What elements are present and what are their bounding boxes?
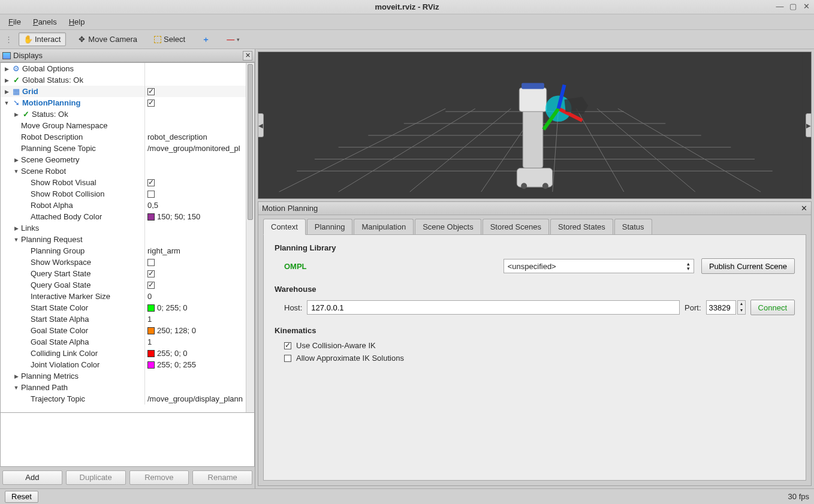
tab-manipulation[interactable]: Manipulation	[354, 219, 414, 235]
mp-close-icon[interactable]: ✕	[801, 204, 807, 213]
tree-row-label[interactable]: Start State Color	[1, 302, 144, 313]
menu-file[interactable]: File	[8, 17, 21, 26]
tab-scene-objects[interactable]: Scene Objects	[415, 219, 481, 235]
tree-row-value[interactable]	[145, 188, 254, 200]
tree-row-value[interactable]	[145, 74, 254, 86]
tree-row-label[interactable]: ▶Links	[1, 222, 144, 234]
tree-row-label[interactable]: ▼➘MotionPlanning	[1, 97, 144, 108]
port-spinner[interactable]: ▴▾	[706, 300, 746, 315]
tree-row-value[interactable]	[145, 97, 254, 108]
publish-scene-button[interactable]: Publish Current Scene	[701, 258, 795, 274]
host-input[interactable]	[307, 300, 680, 315]
spin-down-icon[interactable]: ▾	[738, 307, 745, 314]
tree-row-label[interactable]: Joint Violation Color	[1, 359, 144, 370]
connect-button[interactable]: Connect	[750, 300, 795, 315]
tree-row-label[interactable]: ▶✓Status: Ok	[1, 108, 144, 120]
tree-row-value[interactable]: 255; 0; 0	[145, 348, 254, 359]
tree-row-value[interactable]: 0; 255; 0	[145, 302, 254, 313]
tree-row-value[interactable]: robot_description	[145, 131, 254, 143]
3d-viewport[interactable]: ◀ ▶	[258, 52, 812, 199]
panel-close-icon[interactable]: ✕	[243, 51, 252, 61]
tree-row-label[interactable]: Planning Group	[1, 245, 144, 256]
tree-scrollbar[interactable]	[246, 63, 254, 412]
tree-row-value[interactable]: 0	[145, 291, 254, 302]
reset-button[interactable]: Reset	[5, 491, 38, 503]
tree-row-value[interactable]	[145, 165, 254, 177]
tree-row-value[interactable]: 1	[145, 313, 254, 325]
tree-row-value[interactable]	[145, 370, 254, 382]
tree-row-label[interactable]: ▶▦Grid	[1, 86, 144, 97]
tree-row-label[interactable]: ▶Scene Geometry	[1, 154, 144, 165]
minimize-icon[interactable]: —	[776, 2, 784, 11]
tree-row-value[interactable]: right_arm	[145, 245, 254, 256]
tree-row-value[interactable]: 250; 128; 0	[145, 325, 254, 336]
tree-row-value[interactable]	[145, 256, 254, 268]
tab-stored-states[interactable]: Stored States	[550, 219, 613, 235]
tree-row-label[interactable]: Query Goal State	[1, 279, 144, 291]
checkbox-icon[interactable]	[147, 259, 155, 266]
approx-ik-checkbox[interactable]: Allow Approximate IK Solutions	[284, 354, 795, 363]
tool-add[interactable]: ＋	[197, 32, 215, 47]
maximize-icon[interactable]: ▢	[789, 2, 797, 11]
tree-row-value[interactable]: /move_group/display_plann	[145, 393, 254, 405]
tab-status[interactable]: Status	[614, 219, 652, 235]
checkbox-icon[interactable]	[147, 270, 155, 277]
tree-row-label[interactable]: ▼Planned Path	[1, 382, 144, 393]
tree-row-value[interactable]	[145, 279, 254, 291]
tree-row-label[interactable]: ▼Planning Request	[1, 234, 144, 245]
checkbox-icon[interactable]	[147, 191, 155, 198]
spin-up-icon[interactable]: ▴	[738, 301, 745, 307]
tool-select[interactable]: Select	[149, 32, 191, 46]
tree-row-value[interactable]	[145, 382, 254, 393]
collision-ik-checkbox[interactable]: Use Collision-Aware IK	[284, 341, 795, 350]
tree-row-label[interactable]: ▶✓Global Status: Ok	[1, 74, 144, 86]
tree-row-label[interactable]: Show Workspace	[1, 256, 144, 268]
tree-row-value[interactable]	[145, 268, 254, 279]
menu-panels[interactable]: Panels	[33, 17, 57, 26]
tree-row-label[interactable]: Goal State Alpha	[1, 336, 144, 348]
menu-help[interactable]: Help	[69, 17, 85, 26]
tree-row-label[interactable]: ▶Planning Metrics	[1, 370, 144, 382]
viewport-right-handle[interactable]: ▶	[806, 113, 812, 137]
tree-row-label[interactable]: Robot Description	[1, 131, 144, 143]
checkbox-icon[interactable]	[147, 88, 155, 95]
tree-row-label[interactable]: Robot Alpha	[1, 200, 144, 211]
tool-interact[interactable]: ✋ Interact	[19, 32, 66, 46]
tree-row-value[interactable]	[145, 154, 254, 165]
tool-move-camera[interactable]: ✥ Move Camera	[72, 32, 143, 46]
tree-row-label[interactable]: ▶⚙Global Options	[1, 63, 144, 74]
displays-tree[interactable]: ▶⚙Global Options▶✓Global Status: Ok▶▦Gri…	[0, 62, 255, 413]
tree-row-label[interactable]: Move Group Namespace	[1, 120, 144, 131]
tree-row-value[interactable]: 255; 0; 255	[145, 359, 254, 370]
tree-row-label[interactable]: Interactive Marker Size	[1, 291, 144, 302]
tree-row-label[interactable]: Attached Body Color	[1, 211, 144, 222]
tree-row-label[interactable]: Show Robot Collision	[1, 188, 144, 200]
tree-row-value[interactable]: 150; 50; 150	[145, 211, 254, 222]
planner-select[interactable]: <unspecified> ▴▾	[504, 259, 694, 273]
tool-remove[interactable]: —▾	[221, 32, 245, 46]
tree-row-label[interactable]: Planning Scene Topic	[1, 143, 144, 154]
tree-row-label[interactable]: Show Robot Visual	[1, 177, 144, 188]
tree-row-value[interactable]	[145, 108, 254, 120]
tree-row-label[interactable]: Trajectory Topic	[1, 393, 144, 405]
tree-row-value[interactable]: /move_group/monitored_pl	[145, 143, 254, 154]
tree-row-value[interactable]: 1	[145, 336, 254, 348]
tab-stored-scenes[interactable]: Stored Scenes	[483, 219, 549, 235]
tab-context[interactable]: Context	[263, 219, 306, 235]
tree-row-value[interactable]	[145, 234, 254, 245]
port-input[interactable]	[706, 300, 736, 315]
tree-row-label[interactable]: Goal State Color	[1, 325, 144, 336]
tree-row-value[interactable]	[145, 177, 254, 188]
tree-row-label[interactable]: Query Start State	[1, 268, 144, 279]
viewport-left-handle[interactable]: ◀	[258, 113, 264, 137]
tree-row-value[interactable]	[145, 222, 254, 234]
close-icon[interactable]: ✕	[802, 2, 810, 11]
checkbox-icon[interactable]	[147, 99, 155, 107]
add-button[interactable]: Add	[2, 470, 62, 485]
tree-row-label[interactable]: Start State Alpha	[1, 313, 144, 325]
tree-row-value[interactable]	[145, 120, 254, 131]
tree-row-value[interactable]	[145, 63, 254, 74]
tree-row-label[interactable]: ▼Scene Robot	[1, 165, 144, 177]
tree-row-label[interactable]: Colliding Link Color	[1, 348, 144, 359]
tree-row-value[interactable]	[145, 86, 254, 97]
